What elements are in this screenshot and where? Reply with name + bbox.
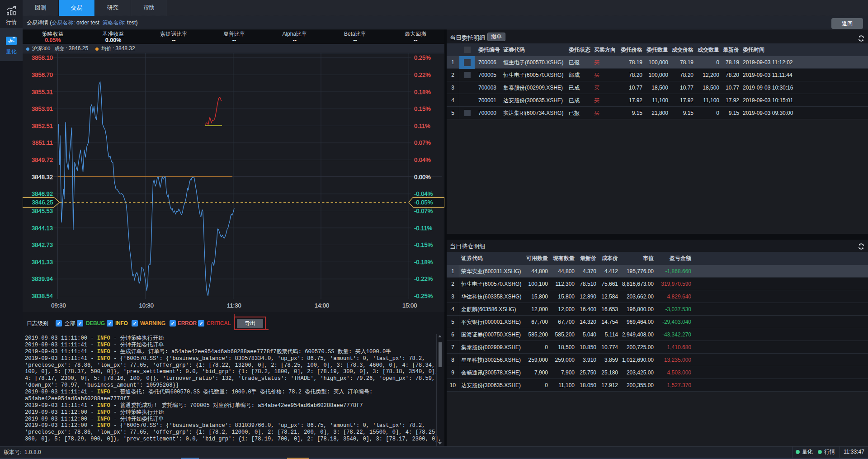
svg-text:10:30: 10:30: [139, 302, 154, 309]
svg-text:0.00%: 0.00%: [414, 174, 431, 180]
svg-text:-0.07%: -0.07%: [414, 208, 433, 214]
svg-text:3845.53: 3845.53: [32, 208, 53, 214]
svg-text:3839.94: 3839.94: [32, 275, 53, 282]
svg-text:0.15%: 0.15%: [414, 105, 431, 112]
svg-text:0.04%: 0.04%: [414, 156, 431, 163]
svg-text:-0.04%: -0.04%: [414, 190, 433, 197]
svg-text:3842.73: 3842.73: [32, 241, 53, 248]
svg-text:0.25%: 0.25%: [414, 54, 431, 61]
svg-text:-0.05%: -0.05%: [414, 199, 433, 206]
svg-text:3851.11: 3851.11: [32, 139, 53, 146]
svg-text:3853.91: 3853.91: [32, 105, 53, 112]
svg-text:14:00: 14:00: [315, 302, 330, 309]
svg-text:0.07%: 0.07%: [414, 139, 431, 146]
svg-text:15:00: 15:00: [402, 302, 417, 309]
svg-text:3858.10: 3858.10: [32, 54, 53, 61]
svg-text:3846.92: 3846.92: [32, 190, 53, 197]
svg-text:3852.51: 3852.51: [32, 123, 53, 129]
svg-text:-0.25%: -0.25%: [414, 293, 433, 299]
svg-text:0.18%: 0.18%: [414, 89, 431, 95]
svg-text:0.22%: 0.22%: [414, 71, 431, 78]
svg-text:-0.15%: -0.15%: [414, 241, 433, 248]
svg-text:09:30: 09:30: [51, 302, 66, 309]
svg-text:-0.22%: -0.22%: [414, 275, 433, 282]
svg-text:-0.18%: -0.18%: [414, 259, 433, 265]
svg-text:3844.13: 3844.13: [32, 225, 53, 232]
svg-text:3838.54: 3838.54: [32, 293, 53, 299]
svg-text:11:30: 11:30: [227, 302, 241, 309]
svg-text:-0.11%: -0.11%: [414, 225, 433, 232]
svg-text:3841.33: 3841.33: [32, 259, 53, 265]
svg-text:3848.32: 3848.32: [32, 174, 53, 180]
svg-text:0.11%: 0.11%: [414, 123, 430, 129]
svg-text:3856.70: 3856.70: [32, 71, 53, 78]
svg-text:3846.25: 3846.25: [32, 199, 53, 206]
svg-text:3849.72: 3849.72: [32, 156, 53, 163]
svg-text:3855.31: 3855.31: [32, 89, 53, 95]
